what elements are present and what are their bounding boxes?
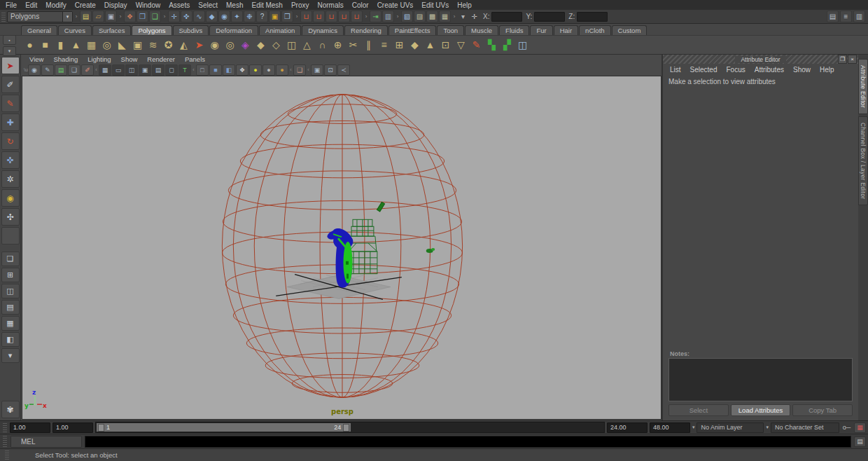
tab-muscle[interactable]: Muscle xyxy=(465,25,498,35)
load-attributes-button[interactable]: Load Attributes xyxy=(731,404,791,416)
render-view-icon[interactable]: ▧ xyxy=(401,11,413,22)
menu-proxy[interactable]: Proxy xyxy=(287,0,314,10)
character-set-select[interactable]: No Character Set xyxy=(771,422,839,433)
tab-deformation[interactable]: Deformation xyxy=(209,25,258,35)
paint-selection-tool[interactable]: ✎ xyxy=(1,95,20,112)
range-start-handle[interactable] xyxy=(98,424,104,432)
open-scene-icon[interactable]: ▱ xyxy=(92,11,104,22)
command-language-button[interactable]: MEL xyxy=(10,436,82,448)
menu-edit[interactable]: Edit xyxy=(21,0,41,10)
select-camera-icon[interactable]: ◉ xyxy=(28,64,41,76)
uv-checker-green-icon[interactable]: ▚ xyxy=(484,38,499,53)
shade-textured-icon[interactable]: ◧ xyxy=(223,64,235,76)
snap-grid-icon[interactable]: ⊔ xyxy=(300,11,312,22)
side-tab-attribute-editor[interactable]: Attribute Editor xyxy=(858,59,868,114)
uv-checker-dark-icon[interactable]: ▞ xyxy=(500,38,514,53)
mask-surfaces-icon[interactable]: ◆ xyxy=(206,11,218,22)
ae-menu-attributes[interactable]: Attributes xyxy=(755,66,784,74)
layout-persp-outliner[interactable]: ◫ xyxy=(1,284,20,298)
layout-persp-hypergraph[interactable]: ◧ xyxy=(1,332,20,347)
tab-hair[interactable]: Hair xyxy=(554,25,578,35)
select-object-icon[interactable]: ❐ xyxy=(136,11,148,22)
menu-window[interactable]: Window xyxy=(132,0,165,10)
tab-surfaces[interactable]: Surfaces xyxy=(92,25,132,35)
anim-layer-arrow-icon[interactable]: ▾ xyxy=(692,425,695,430)
mask-deformations-icon[interactable]: ◉ xyxy=(218,11,230,22)
auto-keyframe-icon[interactable]: o─ xyxy=(841,423,852,432)
snap-point-icon[interactable]: ⊔ xyxy=(326,11,337,22)
safe-title-icon[interactable]: T xyxy=(178,64,191,76)
construction-history-icon[interactable]: ⇥ xyxy=(370,11,382,22)
poly-soccer-ball-icon[interactable]: ✪ xyxy=(161,38,176,53)
bookmarks-icon[interactable]: ▤ xyxy=(55,64,67,76)
command-grip[interactable] xyxy=(3,436,7,447)
copy-tab-button[interactable]: Copy Tab xyxy=(792,404,853,416)
add-divisions-icon[interactable]: ⊞ xyxy=(392,38,407,53)
script-editor-icon[interactable]: ▤ xyxy=(854,436,866,447)
absolute-transform-icon[interactable]: ✛ xyxy=(469,11,479,22)
universal-manipulator-tool[interactable]: ✲ xyxy=(1,170,20,188)
layout-hypershade-persp[interactable]: ▦ xyxy=(1,316,20,331)
field-chart-icon[interactable]: ▤ xyxy=(152,64,164,76)
wireframe-on-shaded-icon[interactable]: ⊡ xyxy=(324,64,337,76)
range-end-handle[interactable] xyxy=(343,424,349,432)
mask-rendering-icon[interactable]: ❉ xyxy=(244,11,255,22)
ae-menu-list[interactable]: List xyxy=(670,66,681,74)
menu-file[interactable]: File xyxy=(1,0,21,10)
character-set-arrow-icon[interactable]: ▾ xyxy=(766,425,769,430)
resolution-gate-icon[interactable]: ◫ xyxy=(125,64,138,76)
mask-handles-icon[interactable]: ✛ xyxy=(168,11,180,22)
animation-end-field[interactable]: 48.00 xyxy=(650,422,690,433)
tab-polygons[interactable]: Polygons xyxy=(132,25,172,35)
tab-fluids[interactable]: Fluids xyxy=(499,25,529,35)
menu-mesh[interactable]: Mesh xyxy=(222,0,247,10)
ipr-render-icon[interactable]: ▩ xyxy=(426,11,438,22)
layout-single-persp[interactable]: ❏ xyxy=(1,252,20,266)
group-collapse-arrow[interactable]: › xyxy=(162,13,167,20)
safe-action-icon[interactable]: ◻ xyxy=(165,64,178,76)
float-panel-icon[interactable]: ❐ xyxy=(838,55,847,64)
menu-edit-mesh[interactable]: Edit Mesh xyxy=(247,0,286,10)
select-button[interactable]: Select xyxy=(668,404,729,416)
mask-joints-icon[interactable]: ✜ xyxy=(181,11,192,22)
camera-attributes-icon[interactable]: ✎ xyxy=(41,64,54,76)
scale-tool[interactable]: ✜ xyxy=(1,151,20,169)
ae-menu-show[interactable]: Show xyxy=(793,66,811,74)
wireframe-icon[interactable]: □ xyxy=(196,64,209,76)
anim-layer-select[interactable]: No Anim Layer xyxy=(696,422,764,433)
menu-assets[interactable]: Assets xyxy=(164,0,194,10)
select-component-icon[interactable]: ❑ xyxy=(149,11,161,22)
new-scene-icon[interactable]: ▤ xyxy=(80,11,92,22)
highlight-selection-icon[interactable]: ❒ xyxy=(281,11,293,22)
split-polygon-icon[interactable]: ✂ xyxy=(346,38,360,53)
menu-help[interactable]: Help xyxy=(453,0,476,10)
tab-curves[interactable]: Curves xyxy=(58,25,92,35)
command-input[interactable] xyxy=(85,436,851,448)
grease-pencil-icon[interactable]: ✐ xyxy=(81,64,94,76)
tab-subdivs[interactable]: Subdivs xyxy=(173,25,209,35)
group-collapse-arrow[interactable]: › xyxy=(451,13,457,20)
bevel-icon[interactable]: ◆ xyxy=(407,38,422,53)
toggle-channel-box-icon[interactable]: ▥ xyxy=(853,11,865,22)
mask-misc-icon[interactable]: ? xyxy=(256,11,268,22)
tab-fur[interactable]: Fur xyxy=(530,25,552,35)
use-default-material-icon[interactable]: ❖ xyxy=(236,64,248,76)
panel-menu-show[interactable]: Show xyxy=(117,55,142,63)
group-collapse-arrow[interactable]: › xyxy=(395,13,400,20)
animation-start-field[interactable]: 1.00 xyxy=(10,422,50,433)
playback-end-field[interactable]: 24.00 xyxy=(607,422,648,433)
y-field[interactable] xyxy=(534,12,565,22)
menu-create[interactable]: Create xyxy=(71,0,100,10)
separate-icon[interactable]: ◫ xyxy=(284,38,299,53)
snap-view-plane-icon[interactable]: ⊔ xyxy=(338,11,350,22)
lasso-tool[interactable]: ✐ xyxy=(1,76,20,93)
panel-menu-panels[interactable]: Panels xyxy=(181,55,209,63)
tab-animation[interactable]: Animation xyxy=(259,25,301,35)
range-grip[interactable] xyxy=(3,422,7,432)
help-grip[interactable] xyxy=(5,450,9,460)
grid-icon[interactable]: ▦ xyxy=(99,64,111,76)
tab-general[interactable]: General xyxy=(21,25,57,35)
combine-icon[interactable]: ◆ xyxy=(253,38,268,53)
poly-torus-icon[interactable]: ◎ xyxy=(99,38,114,53)
poly-sphere-icon[interactable]: ● xyxy=(22,38,37,53)
